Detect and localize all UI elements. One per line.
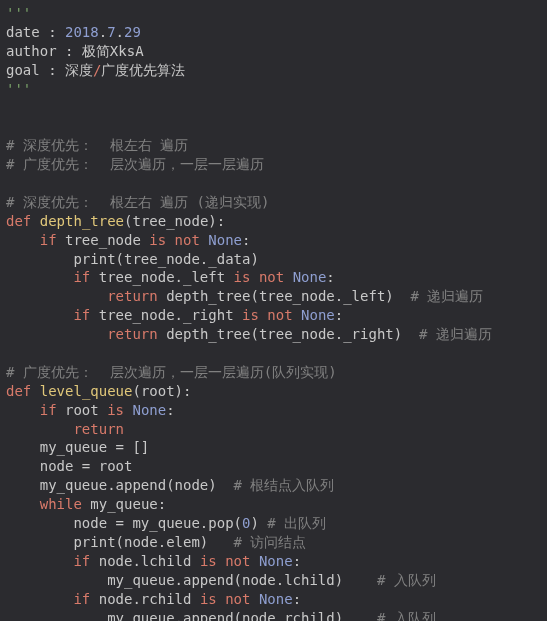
keyword-is: is xyxy=(149,232,166,248)
code-text: my_queue.append(node.rchild) xyxy=(107,610,377,622)
comment-line: # 广度优先： 层次遍历，一层一层遍历(队列实现) xyxy=(6,364,337,380)
keyword-if: if xyxy=(73,553,90,569)
keyword-is: is xyxy=(234,269,251,285)
code-text: my_queue.append(node.lchild) xyxy=(107,572,377,588)
doc-author-label: author : xyxy=(6,43,82,59)
keyword-not: not xyxy=(175,232,200,248)
code-text: my_queue.append(node) xyxy=(40,477,234,493)
keyword-if: if xyxy=(73,591,90,607)
code-editor[interactable]: ''' date : 2018.7.29 author : 极简XksA goa… xyxy=(0,0,547,621)
keyword-not: not xyxy=(267,307,292,323)
const-none: None xyxy=(208,232,242,248)
code-text: my_queue = [] xyxy=(40,439,150,455)
keyword-not: not xyxy=(225,591,250,607)
comment-line: # 深度优先： 根左右 遍历 xyxy=(6,137,188,153)
code-text: node.rchild xyxy=(90,591,200,607)
doc-goal-label: goal : xyxy=(6,62,65,78)
code-text: depth_tree(tree_node._right) xyxy=(158,326,419,342)
keyword-while: while xyxy=(40,496,82,512)
comment-inline: # 出队列 xyxy=(267,515,326,531)
keyword-is: is xyxy=(200,591,217,607)
const-none: None xyxy=(259,553,293,569)
fn-name: depth_tree xyxy=(40,213,124,229)
keyword-return: return xyxy=(107,326,158,342)
keyword-if: if xyxy=(73,269,90,285)
doc-goal-post: 广度优先算法 xyxy=(101,62,185,78)
fn-name: level_queue xyxy=(40,383,133,399)
code-text: : xyxy=(293,591,301,607)
doc-goal-pre: 深度 xyxy=(65,62,93,78)
comment-line: # 广度优先： 层次遍历，一层一层遍历 xyxy=(6,156,264,172)
doc-date-d: 29 xyxy=(124,24,141,40)
const-none: None xyxy=(293,269,327,285)
code-text: tree_node._right xyxy=(90,307,242,323)
const-none: None xyxy=(301,307,335,323)
keyword-not: not xyxy=(259,269,284,285)
code-text: print(node.elem) xyxy=(73,534,233,550)
code-text: tree_node._left xyxy=(90,269,233,285)
code-text: depth_tree(tree_node._left) xyxy=(158,288,411,304)
code-text: : xyxy=(242,232,250,248)
code-text: (root): xyxy=(132,383,191,399)
docstring-open: ''' xyxy=(6,5,31,21)
code-text: node.lchild xyxy=(90,553,200,569)
keyword-return: return xyxy=(73,421,124,437)
comment-inline: # 根结点入队列 xyxy=(234,477,335,493)
keyword-if: if xyxy=(40,402,57,418)
comment-inline: # 递归遍历 xyxy=(419,326,492,342)
code-text: node = root xyxy=(40,458,133,474)
code-text: print(tree_node._data) xyxy=(73,251,258,267)
dot-icon: . xyxy=(99,24,107,40)
code-text: : xyxy=(293,553,301,569)
comment-inline: # 入队列 xyxy=(377,610,436,622)
keyword-def: def xyxy=(6,213,31,229)
code-text: (tree_node): xyxy=(124,213,225,229)
keyword-def: def xyxy=(6,383,31,399)
const-none: None xyxy=(132,402,166,418)
comment-line: # 深度优先： 根左右 遍历 (递归实现) xyxy=(6,194,269,210)
keyword-if: if xyxy=(40,232,57,248)
code-text: root xyxy=(57,402,108,418)
const-none: None xyxy=(259,591,293,607)
code-text: my_queue: xyxy=(82,496,166,512)
keyword-is: is xyxy=(107,402,124,418)
docstring-close: ''' xyxy=(6,81,31,97)
dot-icon: . xyxy=(116,24,124,40)
code-text: node = my_queue.pop( xyxy=(73,515,242,531)
code-text: ) xyxy=(250,515,267,531)
keyword-if: if xyxy=(73,307,90,323)
doc-date-label: date : xyxy=(6,24,65,40)
comment-inline: # 入队列 xyxy=(377,572,436,588)
doc-date-y: 2018 xyxy=(65,24,99,40)
code-text: tree_node xyxy=(57,232,150,248)
doc-date-m: 7 xyxy=(107,24,115,40)
keyword-is: is xyxy=(242,307,259,323)
keyword-not: not xyxy=(225,553,250,569)
comment-inline: # 访问结点 xyxy=(234,534,307,550)
keyword-is: is xyxy=(200,553,217,569)
comment-inline: # 递归遍历 xyxy=(411,288,484,304)
code-text: : xyxy=(335,307,343,323)
code-text: : xyxy=(166,402,174,418)
keyword-return: return xyxy=(107,288,158,304)
code-text: : xyxy=(326,269,334,285)
doc-author-value: 极简XksA xyxy=(82,43,144,59)
